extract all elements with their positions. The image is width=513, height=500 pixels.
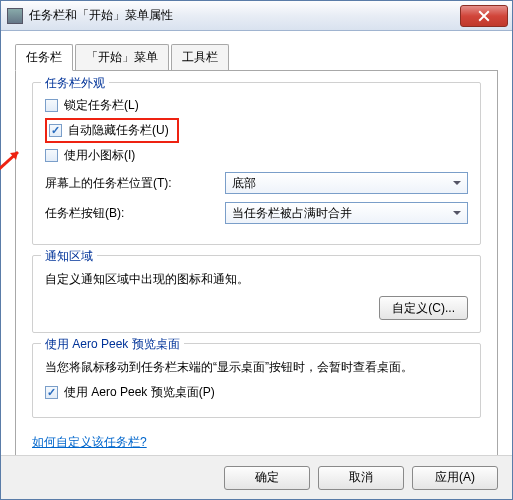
tab-taskbar[interactable]: 任务栏 bbox=[15, 44, 73, 71]
group-title: 任务栏外观 bbox=[41, 75, 109, 92]
row-position: 屏幕上的任务栏位置(T): 底部 bbox=[45, 172, 468, 194]
notification-desc: 自定义通知区域中出现的图标和通知。 bbox=[45, 270, 468, 288]
label-buttons: 任务栏按钮(B): bbox=[45, 205, 225, 222]
select-value: 底部 bbox=[232, 175, 256, 192]
row-buttons: 任务栏按钮(B): 当任务栏被占满时合并 bbox=[45, 202, 468, 224]
cancel-button[interactable]: 取消 bbox=[318, 466, 404, 490]
button-row: 自定义(C)... bbox=[45, 296, 468, 320]
close-button[interactable] bbox=[460, 5, 508, 27]
tab-label: 「开始」菜单 bbox=[86, 50, 158, 64]
checkbox-label: 自动隐藏任务栏(U) bbox=[68, 122, 169, 139]
tab-bar: 任务栏 「开始」菜单 工具栏 bbox=[15, 44, 498, 71]
app-icon bbox=[7, 8, 23, 24]
customize-button[interactable]: 自定义(C)... bbox=[379, 296, 468, 320]
dialog-window: 任务栏和「开始」菜单属性 任务栏 「开始」菜单 工具栏 任务栏外观 锁定任务栏(… bbox=[0, 0, 513, 500]
tab-label: 工具栏 bbox=[182, 50, 218, 64]
apply-button[interactable]: 应用(A) bbox=[412, 466, 498, 490]
group-title: 使用 Aero Peek 预览桌面 bbox=[41, 336, 184, 353]
checkbox-aero-peek[interactable] bbox=[45, 386, 58, 399]
checkbox-label: 使用 Aero Peek 预览桌面(P) bbox=[64, 384, 215, 401]
select-position[interactable]: 底部 bbox=[225, 172, 468, 194]
dialog-footer: 确定 取消 应用(A) bbox=[1, 455, 512, 499]
help-link[interactable]: 如何自定义该任务栏? bbox=[32, 434, 147, 451]
window-title: 任务栏和「开始」菜单属性 bbox=[29, 7, 460, 24]
row-lock-taskbar: 锁定任务栏(L) bbox=[45, 97, 468, 114]
highlight-box: 自动隐藏任务栏(U) bbox=[45, 118, 179, 143]
group-title: 通知区域 bbox=[41, 248, 97, 265]
checkbox-lock[interactable] bbox=[45, 99, 58, 112]
checkbox-label: 使用小图标(I) bbox=[64, 147, 135, 164]
close-icon bbox=[478, 10, 490, 22]
content-area: 任务栏 「开始」菜单 工具栏 任务栏外观 锁定任务栏(L) 自动隐藏任务栏(U) bbox=[1, 31, 512, 464]
tab-start-menu[interactable]: 「开始」菜单 bbox=[75, 44, 169, 70]
tab-panel: 任务栏外观 锁定任务栏(L) 自动隐藏任务栏(U) 使用小图标(I) 屏幕上 bbox=[15, 70, 498, 464]
group-notification: 通知区域 自定义通知区域中出现的图标和通知。 自定义(C)... bbox=[32, 255, 481, 333]
tab-label: 任务栏 bbox=[26, 50, 62, 64]
group-appearance: 任务栏外观 锁定任务栏(L) 自动隐藏任务栏(U) 使用小图标(I) 屏幕上 bbox=[32, 82, 481, 245]
checkbox-autohide[interactable] bbox=[49, 124, 62, 137]
group-aero-peek: 使用 Aero Peek 预览桌面 当您将鼠标移动到任务栏末端的“显示桌面”按钮… bbox=[32, 343, 481, 418]
label-position: 屏幕上的任务栏位置(T): bbox=[45, 175, 225, 192]
checkbox-label: 锁定任务栏(L) bbox=[64, 97, 139, 114]
annotation-arrow-icon bbox=[0, 146, 26, 175]
checkbox-small-icons[interactable] bbox=[45, 149, 58, 162]
row-aero-peek: 使用 Aero Peek 预览桌面(P) bbox=[45, 384, 468, 401]
tab-toolbars[interactable]: 工具栏 bbox=[171, 44, 229, 70]
titlebar: 任务栏和「开始」菜单属性 bbox=[1, 1, 512, 31]
ok-button[interactable]: 确定 bbox=[224, 466, 310, 490]
row-autohide: 自动隐藏任务栏(U) bbox=[45, 118, 468, 143]
select-buttons[interactable]: 当任务栏被占满时合并 bbox=[225, 202, 468, 224]
select-value: 当任务栏被占满时合并 bbox=[232, 205, 352, 222]
aero-desc: 当您将鼠标移动到任务栏末端的“显示桌面”按钮时，会暂时查看桌面。 bbox=[45, 358, 468, 376]
row-small-icons: 使用小图标(I) bbox=[45, 147, 468, 164]
